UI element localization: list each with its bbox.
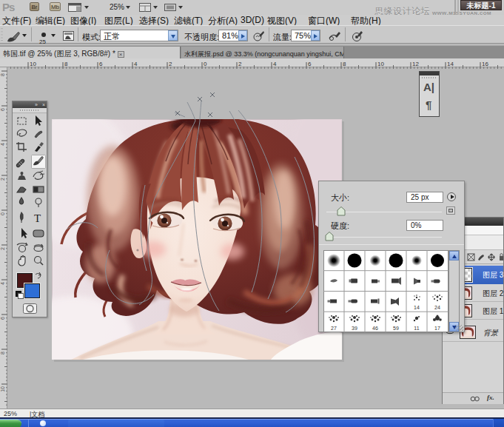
svg-text:11: 11 xyxy=(414,326,419,331)
svg-text:8: 8 xyxy=(0,73,5,76)
svg-text:24: 24 xyxy=(434,305,440,310)
svg-text:0: 0 xyxy=(204,61,207,67)
svg-text:16: 16 xyxy=(482,61,488,67)
svg-text:59: 59 xyxy=(393,326,399,331)
svg-text:2: 2 xyxy=(0,178,5,181)
svg-text:14: 14 xyxy=(447,61,454,67)
svg-text:6: 6 xyxy=(99,61,103,67)
svg-text:17: 17 xyxy=(434,326,440,331)
svg-text:2: 2 xyxy=(169,61,172,67)
svg-text:8: 8 xyxy=(0,352,5,354)
svg-text:8: 8 xyxy=(64,61,68,67)
svg-text:6: 6 xyxy=(0,317,5,320)
svg-text:8: 8 xyxy=(343,61,346,67)
svg-text:4: 4 xyxy=(0,143,5,146)
svg-text:39: 39 xyxy=(352,326,357,331)
svg-text:10: 10 xyxy=(0,386,5,392)
svg-text:10: 10 xyxy=(30,61,36,67)
svg-text:4: 4 xyxy=(134,61,138,67)
svg-text:10: 10 xyxy=(377,61,384,67)
svg-text:14: 14 xyxy=(414,305,420,310)
svg-text:27: 27 xyxy=(331,326,337,331)
svg-text:6: 6 xyxy=(308,61,312,67)
svg-text:12: 12 xyxy=(412,61,419,67)
svg-text:6: 6 xyxy=(0,108,5,111)
svg-text:2: 2 xyxy=(238,61,242,67)
svg-text:2: 2 xyxy=(0,247,5,250)
svg-text:4: 4 xyxy=(0,282,5,285)
svg-text:4: 4 xyxy=(273,61,277,67)
svg-text:46: 46 xyxy=(372,326,378,331)
svg-text:T: T xyxy=(34,212,41,224)
svg-text:0: 0 xyxy=(0,212,5,215)
